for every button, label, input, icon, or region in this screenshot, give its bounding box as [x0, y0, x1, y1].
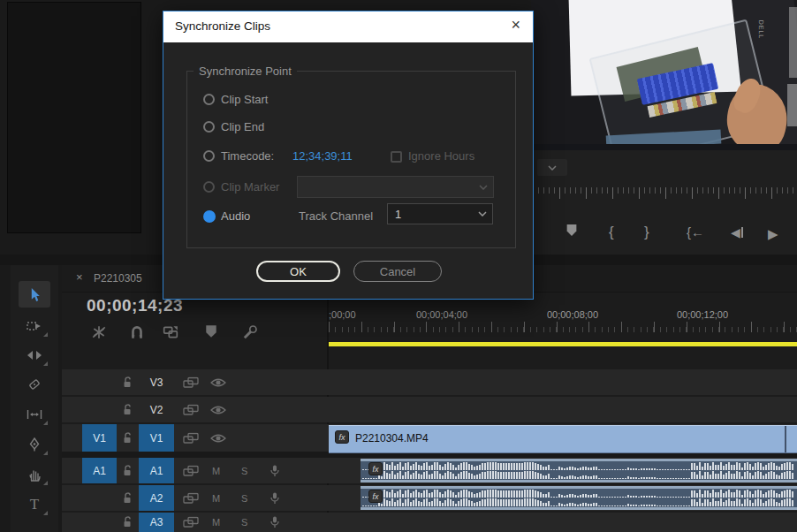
snap-toggle[interactable] [129, 324, 145, 340]
ripple-edit-tool-button[interactable] [19, 342, 50, 369]
clip-marker-dropdown[interactable] [297, 176, 494, 198]
sync-lock-toggle[interactable] [183, 404, 199, 415]
mark-in-button[interactable]: { [609, 224, 614, 241]
track-lock-toggle[interactable] [122, 492, 133, 505]
selection-tool-button[interactable] [19, 281, 50, 308]
timeline-display-settings-button[interactable] [242, 324, 258, 340]
tab-close-icon[interactable]: × [76, 270, 83, 284]
voiceover-record-button[interactable] [269, 464, 280, 477]
timecode-radio[interactable] [203, 150, 215, 162]
arrow-left-icon: ← [691, 224, 704, 241]
track-lock-toggle[interactable] [122, 376, 133, 389]
video-background-detail [789, 7, 797, 78]
voiceover-record-button[interactable] [269, 491, 280, 505]
solo-track-button[interactable]: S [241, 493, 247, 504]
insert-as-nest-toggle[interactable] [91, 324, 107, 340]
source-patch-v1[interactable]: V1 [82, 424, 117, 452]
add-marker-button[interactable] [565, 224, 579, 237]
pen-tool-icon [28, 437, 41, 452]
close-icon[interactable]: × [511, 16, 520, 34]
clip-start-label[interactable]: Clip Start [221, 93, 268, 106]
step-back-button[interactable]: ◀ [731, 224, 743, 241]
clip-start-radio[interactable] [203, 94, 215, 105]
track-channel-label: Track Channel [299, 209, 373, 223]
sync-lock-toggle[interactable] [183, 376, 199, 388]
video-clip-p2210304[interactable]: fx P2210304.MP4 [329, 425, 797, 453]
track-lock-toggle[interactable] [122, 432, 133, 445]
sequence-tab[interactable]: P2210305 [94, 272, 142, 285]
track-output-toggle[interactable] [210, 405, 226, 414]
cancel-button[interactable]: Cancel [353, 261, 442, 282]
voiceover-record-button[interactable] [269, 516, 280, 529]
ruler-label: 00;00;04;00 [416, 309, 467, 320]
add-marker-button-timeline[interactable] [204, 324, 220, 340]
mute-track-button[interactable]: M [212, 517, 220, 528]
track-label[interactable]: A2 [139, 485, 174, 511]
track-output-toggle[interactable] [210, 433, 226, 443]
audio-label[interactable]: Audio [221, 209, 250, 223]
hand-tool-button[interactable] [19, 461, 50, 488]
track-select-forward-tool-button[interactable] [19, 313, 50, 339]
track-label[interactable]: V2 [139, 397, 174, 422]
play-button[interactable]: ▶ [768, 225, 778, 243]
type-tool-button[interactable]: T [19, 491, 50, 518]
audio-clip-a2[interactable]: fx [361, 486, 797, 510]
track-label[interactable]: V3 [139, 369, 174, 395]
go-to-in-button[interactable]: {← [687, 224, 704, 241]
render-bar [329, 342, 797, 346]
track-lock-toggle[interactable] [122, 404, 133, 416]
audio-clip-a1[interactable]: fx [361, 459, 797, 483]
timeline-ruler[interactable] [329, 322, 797, 332]
video-background-detail [787, 84, 797, 126]
mute-track-button[interactable]: M [212, 466, 220, 476]
track-label[interactable]: A1 [139, 458, 174, 483]
pen-tool-button[interactable] [19, 431, 50, 458]
sync-lock-toggle[interactable] [183, 517, 199, 528]
ignore-hours-checkbox[interactable] [391, 151, 402, 163]
mark-out-button[interactable]: } [644, 224, 649, 241]
fx-badge: fx [368, 490, 383, 503]
program-monitor: DELL { } {← ◀ ▶ [531, 0, 797, 255]
track-row-a3: A3 M S [62, 513, 797, 532]
track-output-toggle[interactable] [210, 377, 226, 387]
ok-button[interactable]: OK [256, 261, 340, 282]
clip-end-radio[interactable] [203, 121, 215, 133]
eye-icon [210, 405, 226, 414]
marker-icon [565, 224, 579, 237]
source-patch-a1[interactable]: A1 [82, 458, 117, 483]
slip-tool-button[interactable] [19, 401, 50, 428]
sync-lock-toggle[interactable] [183, 465, 199, 476]
monitor-mini-timeline-ruler[interactable] [533, 187, 797, 207]
ruler-label: ;00;00 [329, 309, 356, 320]
dialog-title-bar[interactable]: Synchronize Clips × [163, 11, 533, 42]
sync-lock-toggle[interactable] [183, 432, 199, 444]
tools-panel: T [11, 265, 58, 532]
clip-marker-label: Clip Marker [221, 180, 279, 194]
linked-selection-toggle[interactable] [163, 324, 178, 340]
solo-track-button[interactable]: S [241, 517, 247, 528]
timeline-panel: × P2210305 00;00;14;23 ;00;00 00;00;04;0… [62, 265, 797, 532]
timecode-label[interactable]: Timecode: [221, 149, 274, 163]
chevron-down-icon [479, 185, 488, 190]
clip-edge [361, 486, 797, 489]
lock-open-icon [122, 516, 133, 528]
video-frame-bottom [531, 144, 797, 150]
track-label[interactable]: A3 [139, 513, 174, 532]
mute-track-button[interactable]: M [212, 493, 220, 504]
sync-lock-toggle[interactable] [183, 492, 199, 504]
waveform [362, 462, 795, 470]
track-channel-dropdown[interactable]: 1 [387, 203, 493, 224]
clip-label: P2210304.MP4 [355, 432, 429, 445]
razor-tool-button[interactable] [19, 371, 50, 398]
audio-radio[interactable] [203, 210, 216, 223]
track-label[interactable]: V1 [139, 424, 174, 452]
track-lock-toggle[interactable] [122, 465, 133, 477]
solo-track-button[interactable]: S [241, 466, 247, 476]
timecode-value-field[interactable]: 12;34;39;11 [292, 149, 353, 163]
clip-end-label[interactable]: Clip End [221, 120, 264, 133]
clip-edge [361, 507, 797, 510]
synchronize-clips-dialog: Synchronize Clips × Synchronize Point Cl… [163, 11, 534, 300]
clip-marker-radio[interactable] [203, 181, 215, 193]
track-lock-toggle[interactable] [122, 516, 133, 528]
monitor-settings-dropdown[interactable] [537, 159, 567, 176]
